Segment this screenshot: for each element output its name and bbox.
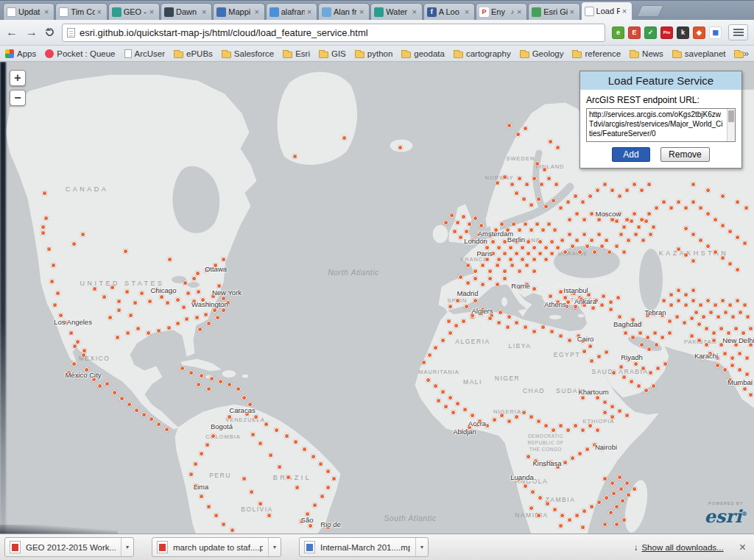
city-marker[interactable] xyxy=(521,410,526,415)
city-marker[interactable] xyxy=(52,302,57,308)
city-marker[interactable] xyxy=(462,407,468,412)
city-marker[interactable] xyxy=(599,302,605,308)
city-marker[interactable] xyxy=(542,167,547,172)
city-marker[interactable] xyxy=(80,232,85,237)
city-marker[interactable] xyxy=(646,211,652,216)
city-marker[interactable] xyxy=(147,299,152,304)
city-marker[interactable] xyxy=(42,191,47,196)
city-marker[interactable] xyxy=(549,239,554,244)
city-marker[interactable] xyxy=(744,355,750,361)
city-marker[interactable] xyxy=(465,263,471,268)
download-dropdown-arrow[interactable]: ▾ xyxy=(268,538,281,556)
city-marker[interactable] xyxy=(440,338,445,343)
city-marker[interactable] xyxy=(448,330,453,336)
download-dropdown-arrow[interactable]: ▾ xyxy=(121,538,133,556)
city-marker[interactable] xyxy=(203,312,208,317)
city-marker[interactable] xyxy=(156,422,161,427)
city-marker[interactable] xyxy=(293,439,298,444)
city-marker[interactable] xyxy=(540,227,546,233)
city-marker[interactable] xyxy=(529,506,534,511)
city-marker[interactable] xyxy=(545,501,550,506)
city-marker[interactable] xyxy=(502,269,507,274)
city-marker[interactable] xyxy=(507,419,512,424)
city-marker[interactable] xyxy=(433,345,438,350)
city-marker[interactable] xyxy=(592,249,597,255)
city-marker[interactable] xyxy=(621,249,627,255)
city-marker[interactable] xyxy=(735,298,740,303)
city-marker[interactable] xyxy=(193,461,198,467)
city-marker[interactable] xyxy=(610,481,615,486)
city-marker[interactable] xyxy=(242,395,247,400)
city-marker[interactable] xyxy=(133,300,138,305)
city-marker[interactable] xyxy=(711,330,716,336)
city-marker[interactable] xyxy=(212,308,217,313)
city-marker[interactable] xyxy=(552,227,557,233)
city-marker[interactable] xyxy=(713,302,718,308)
browser-tab-dawn[interactable]: Dawn× xyxy=(161,3,212,20)
evernote-extension-icon[interactable]: e xyxy=(612,26,624,39)
tab-close-button[interactable]: × xyxy=(147,7,156,16)
city-marker[interactable] xyxy=(602,182,607,187)
city-marker[interactable] xyxy=(55,291,60,296)
forward-button[interactable]: → xyxy=(26,26,38,38)
city-marker[interactable] xyxy=(175,297,180,302)
city-marker[interactable] xyxy=(722,351,727,356)
city-marker[interactable] xyxy=(221,522,226,527)
city-marker[interactable] xyxy=(127,402,132,407)
bookmark-arcuser[interactable]: ArcUser xyxy=(124,49,166,58)
city-marker[interactable] xyxy=(188,370,194,375)
city-marker[interactable] xyxy=(626,492,631,497)
city-marker[interactable] xyxy=(110,285,115,290)
city-marker[interactable] xyxy=(582,217,587,222)
city-marker[interactable] xyxy=(611,370,616,375)
city-marker[interactable] xyxy=(258,441,263,446)
city-marker[interactable] xyxy=(116,299,121,304)
city-marker[interactable] xyxy=(473,298,478,303)
browser-tab-tim-co[interactable]: Tim Co× xyxy=(55,3,107,20)
bookmark-geodata[interactable]: geodata xyxy=(401,49,445,58)
city-marker[interactable] xyxy=(624,413,630,418)
city-marker[interactable] xyxy=(71,361,77,366)
tab-close-button[interactable]: × xyxy=(357,7,366,16)
city-marker[interactable] xyxy=(744,372,750,377)
city-marker[interactable] xyxy=(514,251,519,256)
city-marker[interactable] xyxy=(614,219,619,224)
city-marker[interactable] xyxy=(645,335,650,340)
city-marker[interactable] xyxy=(71,241,77,247)
city-marker[interactable] xyxy=(727,302,733,308)
city-marker[interactable] xyxy=(715,363,720,368)
bookmark-cartography[interactable]: cartography xyxy=(454,49,511,58)
city-marker[interactable] xyxy=(641,238,646,243)
city-marker[interactable] xyxy=(532,329,537,334)
city-marker[interactable] xyxy=(480,263,485,268)
city-marker[interactable] xyxy=(549,329,554,334)
city-marker[interactable] xyxy=(426,378,431,383)
city-marker[interactable] xyxy=(135,326,141,331)
city-marker[interactable] xyxy=(624,481,630,486)
city-marker[interactable] xyxy=(236,386,241,391)
city-marker[interactable] xyxy=(602,410,607,415)
city-marker[interactable] xyxy=(495,263,500,268)
city-marker[interactable] xyxy=(726,330,731,336)
city-marker[interactable] xyxy=(663,361,668,366)
city-marker[interactable] xyxy=(566,428,571,433)
city-marker[interactable] xyxy=(105,381,110,386)
city-marker[interactable] xyxy=(535,221,540,227)
city-marker[interactable] xyxy=(517,227,522,233)
city-marker[interactable] xyxy=(175,321,180,326)
city-marker[interactable] xyxy=(331,476,337,481)
city-marker[interactable] xyxy=(660,335,665,340)
city-marker[interactable] xyxy=(644,388,649,393)
city-marker[interactable] xyxy=(532,269,537,274)
city-marker[interactable] xyxy=(536,196,541,202)
city-marker[interactable] xyxy=(40,230,46,235)
tab-close-button[interactable]: × xyxy=(462,7,471,16)
city-marker[interactable] xyxy=(602,476,607,481)
city-marker[interactable] xyxy=(499,413,504,418)
browser-tab-updat[interactable]: Updat× xyxy=(3,3,54,20)
city-marker[interactable] xyxy=(464,304,469,309)
city-marker[interactable] xyxy=(146,330,151,336)
city-marker[interactable] xyxy=(745,314,750,319)
city-marker[interactable] xyxy=(502,251,507,256)
city-marker[interactable] xyxy=(520,245,525,250)
